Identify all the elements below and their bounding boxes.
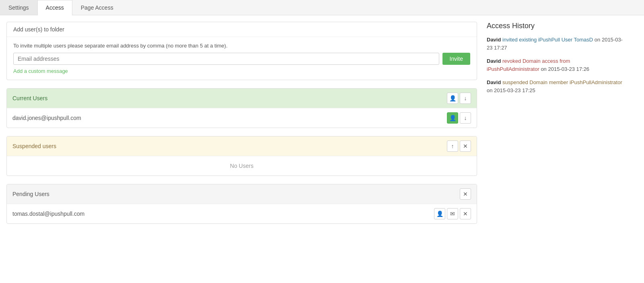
invite-row: Invite [13,53,470,65]
current-users-title: Current Users [12,95,47,101]
suspended-users-close-icon[interactable]: ✕ [460,140,471,152]
pending-users-close-icon[interactable]: ✕ [460,188,471,200]
current-user-download-icon[interactable]: ↓ [460,112,471,124]
history-date-2: on 2015-03-23 17:25 [487,87,535,93]
current-users-download-icon[interactable]: ↓ [460,93,471,104]
main-layout: Add user(s) to folder To invite multiple… [0,15,644,238]
suspended-users-header: Suspended users ↑ ✕ [7,136,477,156]
tab-bar: Settings Access Page Access [0,0,644,15]
pending-user-row: tomas.dostal@ipushpull.com 👤 ✉ ✕ [7,204,477,223]
history-actor-0: David [487,37,501,43]
tab-page-access[interactable]: Page Access [72,0,122,15]
pending-user-email-icon[interactable]: ✉ [447,208,458,219]
history-action-2: suspended Domain member iPushPullAdminis… [502,79,622,85]
current-user-email: david.jones@ipushpull.com [12,115,81,121]
current-users-card: Current Users 👤 ↓ david.jones@ipushpull.… [6,88,477,128]
suspended-users-upload-icon[interactable]: ↑ [447,140,458,152]
email-input[interactable] [13,53,439,65]
left-panel: Add user(s) to folder To invite multiple… [6,22,477,232]
invite-button[interactable]: Invite [442,53,470,65]
suspended-users-empty: No Users [7,156,477,176]
history-action-0: invited existing iPushPull User TomasD [502,37,595,43]
pending-user-close-icon[interactable]: ✕ [460,208,471,219]
history-entry-0: David invited existing iPushPull User To… [487,36,623,52]
current-users-add-icon[interactable]: 👤 [447,93,458,104]
suspended-users-actions: ↑ ✕ [445,140,471,152]
invite-hint: To invite multiple users please separate… [13,43,470,49]
tab-access[interactable]: Access [37,0,72,15]
pending-users-header: Pending Users ✕ [7,184,477,204]
history-entry-1: David revoked Domain access from iPushPu… [487,57,623,73]
suspended-users-card: Suspended users ↑ ✕ No Users [6,136,477,176]
pending-users-card: Pending Users ✕ tomas.dostal@ipushpull.c… [6,184,477,224]
custom-message-link[interactable]: Add a custom message [13,68,68,74]
pending-user-email: tomas.dostal@ipushpull.com [12,211,84,217]
history-actor-2: David [487,79,501,85]
history-date-1: on 2015-03-23 17:26 [541,66,589,72]
suspended-users-title: Suspended users [12,143,56,149]
add-user-body: To invite multiple users please separate… [7,37,477,80]
add-user-header: Add user(s) to folder [7,22,477,37]
pending-user-actions: 👤 ✉ ✕ [432,208,471,219]
pending-user-person-icon[interactable]: 👤 [434,208,445,219]
right-panel: Access History David invited existing iP… [487,22,623,232]
history-actor-1: David [487,58,501,64]
current-users-actions: 👤 ↓ [445,93,471,104]
current-user-person-icon[interactable]: 👤 [447,112,458,124]
current-user-row: david.jones@ipushpull.com 👤 ↓ [7,108,477,128]
history-entry-2: David suspended Domain member iPushPullA… [487,78,623,94]
pending-users-actions: ✕ [458,188,471,200]
access-history-title: Access History [487,22,623,30]
add-user-card: Add user(s) to folder To invite multiple… [6,22,477,80]
tab-settings[interactable]: Settings [0,0,37,15]
current-users-header: Current Users 👤 ↓ [7,89,477,108]
pending-users-title: Pending Users [12,191,49,197]
current-user-actions: 👤 ↓ [445,112,471,124]
